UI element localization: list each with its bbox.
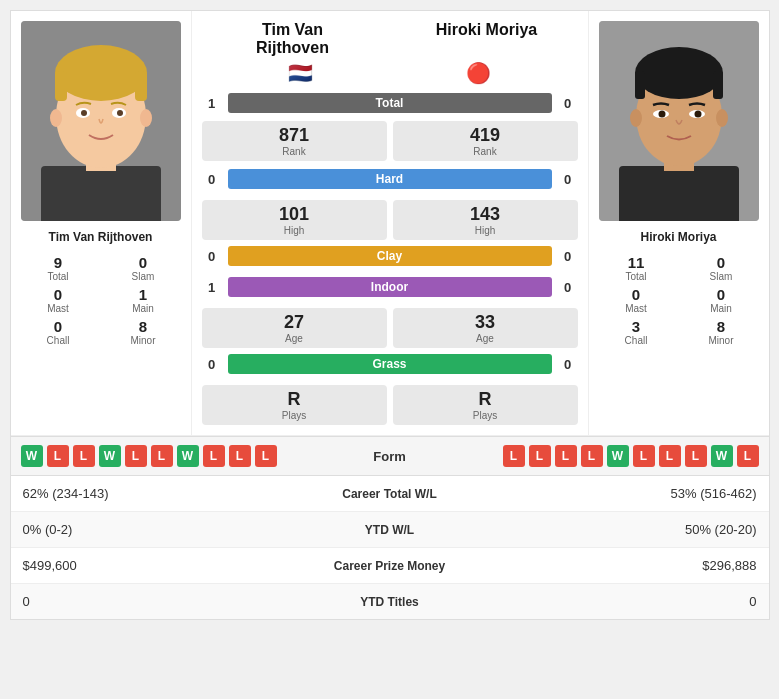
p2-age-label: Age bbox=[403, 333, 568, 344]
p2-clay-score: 0 bbox=[558, 249, 578, 264]
ytd-wl-label: YTD W/L bbox=[290, 523, 490, 537]
p1-high-box: 101 High bbox=[202, 200, 387, 240]
player1-main-val: 1 bbox=[139, 286, 147, 303]
form-label: Form bbox=[330, 449, 450, 464]
main-container: Tim Van Rijthoven 9 Total 0 Slam 0 Mast … bbox=[10, 10, 770, 620]
indoor-badge: Indoor bbox=[228, 277, 552, 297]
career-wl-row: 62% (234-143) Career Total W/L 53% (516-… bbox=[11, 476, 769, 512]
p2-hard-score: 0 bbox=[558, 172, 578, 187]
player2-chall-label: Chall bbox=[625, 335, 648, 346]
ytd-titles-row: 0 YTD Titles 0 bbox=[11, 584, 769, 619]
player1-chall-cell: 0 Chall bbox=[21, 318, 96, 346]
player2-mast-cell: 0 Mast bbox=[599, 286, 674, 314]
player2-minor-val: 8 bbox=[717, 318, 725, 335]
svg-point-10 bbox=[117, 110, 123, 116]
form-badge-l: L bbox=[529, 445, 551, 467]
p2-rank-box: 419 Rank bbox=[393, 121, 578, 161]
player1-chall-val: 0 bbox=[54, 318, 62, 335]
p1-total-score: 1 bbox=[202, 96, 222, 111]
player2-minor-cell: 8 Minor bbox=[684, 318, 759, 346]
form-section: WLLWLLWLLL Form LLLLWLLLWL bbox=[11, 436, 769, 476]
indoor-row: 1 Indoor 0 bbox=[192, 277, 588, 297]
p2-high-label: High bbox=[403, 225, 568, 236]
form-badge-l: L bbox=[503, 445, 525, 467]
svg-rect-14 bbox=[619, 166, 739, 221]
svg-point-12 bbox=[140, 109, 152, 127]
player1-main-cell: 1 Main bbox=[106, 286, 181, 314]
total-badge: Total bbox=[228, 93, 552, 113]
svg-rect-19 bbox=[713, 71, 723, 99]
player2-slam-label: Slam bbox=[710, 271, 733, 282]
form-badge-w: W bbox=[607, 445, 629, 467]
p1-rank-num: 871 bbox=[212, 125, 377, 146]
hard-badge: Hard bbox=[228, 169, 552, 189]
player1-minor-label: Minor bbox=[130, 335, 155, 346]
svg-rect-1 bbox=[41, 166, 161, 221]
prize-label: Career Prize Money bbox=[290, 559, 490, 573]
hard-row: 0 Hard 0 bbox=[192, 169, 588, 189]
player1-total-label: Total bbox=[47, 271, 68, 282]
p1-ytd-wl: 0% (0-2) bbox=[23, 522, 290, 537]
svg-point-25 bbox=[716, 109, 728, 127]
p2-rank-label: Rank bbox=[403, 146, 568, 157]
p1-prize: $499,600 bbox=[23, 558, 290, 573]
player2-total-label: Total bbox=[625, 271, 646, 282]
svg-rect-5 bbox=[55, 71, 67, 101]
player1-chall-label: Chall bbox=[47, 335, 70, 346]
p2-prize: $296,888 bbox=[490, 558, 757, 573]
svg-point-4 bbox=[55, 45, 147, 101]
player1-panel: Tim Van Rijthoven 9 Total 0 Slam 0 Mast … bbox=[11, 11, 191, 435]
form-badge-l: L bbox=[633, 445, 655, 467]
grass-row: 0 Grass 0 bbox=[192, 354, 588, 374]
p2-ytd-wl: 50% (20-20) bbox=[490, 522, 757, 537]
player1-photo bbox=[21, 21, 181, 221]
p2-indoor-score: 0 bbox=[558, 280, 578, 295]
player1-total-cell: 9 Total bbox=[21, 254, 96, 282]
p1-ytd-titles: 0 bbox=[23, 594, 290, 609]
p1-clay-score: 0 bbox=[202, 249, 222, 264]
p1-age-num: 27 bbox=[212, 312, 377, 333]
p1-name-center: Tim VanRijthoven bbox=[196, 21, 390, 57]
clay-badge: Clay bbox=[228, 246, 552, 266]
player1-minor-val: 8 bbox=[139, 318, 147, 335]
p1-plays-box: R Plays bbox=[202, 385, 387, 425]
player2-total-val: 11 bbox=[628, 254, 645, 271]
total-row: 1 Total 0 bbox=[192, 93, 588, 113]
player1-slam-val: 0 bbox=[139, 254, 147, 271]
svg-point-9 bbox=[81, 110, 87, 116]
player2-main-label: Main bbox=[710, 303, 732, 314]
player1-mast-label: Mast bbox=[47, 303, 69, 314]
p1-form-badges: WLLWLLWLLL bbox=[21, 445, 330, 467]
player2-main-val: 0 bbox=[717, 286, 725, 303]
player1-slam-cell: 0 Slam bbox=[106, 254, 181, 282]
p2-high-num: 143 bbox=[403, 204, 568, 225]
player2-stats-grid: 11 Total 0 Slam 0 Mast 0 Main 3 Chall bbox=[589, 248, 769, 356]
player2-chall-val: 3 bbox=[632, 318, 640, 335]
ytd-titles-label: YTD Titles bbox=[290, 595, 490, 609]
svg-rect-18 bbox=[635, 71, 645, 99]
center-stats-panel: Tim VanRijthoven Hiroki Moriya 🇳🇱 🔴 1 To… bbox=[191, 11, 589, 435]
p1-career-wl: 62% (234-143) bbox=[23, 486, 290, 501]
p1-age-box: 27 Age bbox=[202, 308, 387, 348]
top-section: Tim Van Rijthoven 9 Total 0 Slam 0 Mast … bbox=[11, 11, 769, 436]
svg-point-24 bbox=[630, 109, 642, 127]
player2-slam-val: 0 bbox=[717, 254, 725, 271]
ytd-wl-row: 0% (0-2) YTD W/L 50% (20-20) bbox=[11, 512, 769, 548]
p2-high-box: 143 High bbox=[393, 200, 578, 240]
form-badge-l: L bbox=[659, 445, 681, 467]
p1-high-num: 101 bbox=[212, 204, 377, 225]
svg-point-23 bbox=[694, 111, 701, 118]
form-badge-l: L bbox=[685, 445, 707, 467]
p1-grass-score: 0 bbox=[202, 357, 222, 372]
form-badge-l: L bbox=[581, 445, 603, 467]
form-badge-l: L bbox=[255, 445, 277, 467]
svg-point-22 bbox=[658, 111, 665, 118]
p1-high-label: High bbox=[212, 225, 377, 236]
player2-slam-cell: 0 Slam bbox=[684, 254, 759, 282]
player1-total-val: 9 bbox=[54, 254, 62, 271]
player1-main-label: Main bbox=[132, 303, 154, 314]
p2-name-center: Hiroki Moriya bbox=[390, 21, 584, 57]
form-badge-w: W bbox=[177, 445, 199, 467]
form-badge-l: L bbox=[229, 445, 251, 467]
grass-badge: Grass bbox=[228, 354, 552, 374]
